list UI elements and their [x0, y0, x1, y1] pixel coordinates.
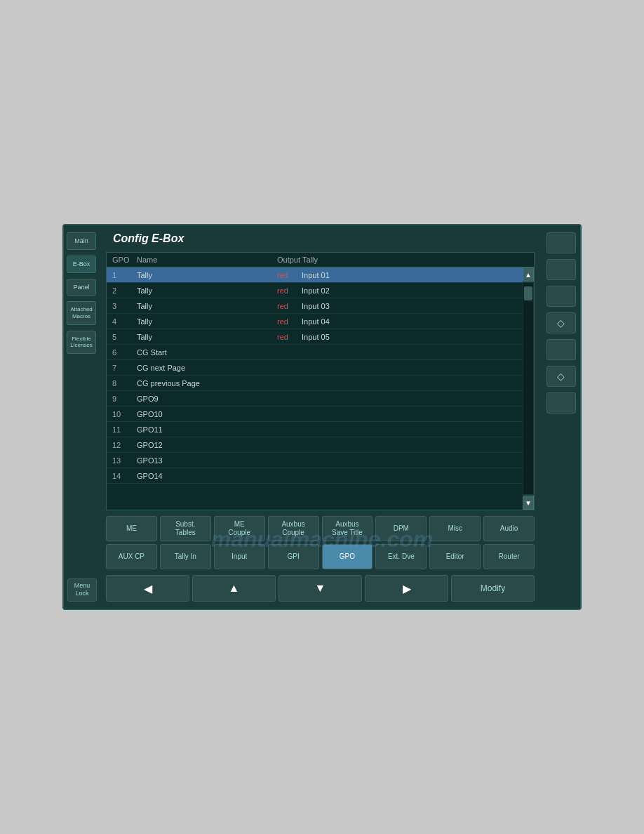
scroll-down-button[interactable]: ▼: [523, 496, 534, 510]
gpo-table: GPO Name Output Tally 1 Tally red Input …: [106, 252, 535, 510]
cell-gpo: 6: [112, 348, 137, 357]
col-header-name: Name: [137, 256, 277, 264]
table-row[interactable]: 12 GPO12: [107, 437, 534, 453]
modify-button[interactable]: Modify: [451, 575, 535, 602]
nav-right-button[interactable]: ▶: [365, 575, 448, 602]
tab-row2-gpo[interactable]: GPO: [322, 544, 373, 569]
cell-color: red: [277, 333, 302, 341]
cell-input: Input 01: [302, 271, 372, 279]
cell-color: red: [277, 317, 302, 326]
cell-name: Tally: [137, 333, 277, 341]
cell-gpo: 12: [112, 441, 137, 449]
nav-down-button[interactable]: ▼: [279, 575, 362, 602]
cell-input: Input 02: [302, 286, 372, 295]
tab-row1-4[interactable]: AuxbusSave Title: [322, 516, 373, 541]
cell-name: Tally: [137, 271, 277, 279]
cell-name: CG previous Page: [137, 379, 277, 388]
table-row[interactable]: 10 GPO10: [107, 406, 534, 422]
tab-row1-7[interactable]: Audio: [483, 516, 535, 541]
cell-name: GPO11: [137, 425, 277, 434]
table-row[interactable]: 8 CG previous Page: [107, 376, 534, 391]
left-sidebar: Main E-Box Panel Attached Macros Flexibl…: [64, 225, 99, 609]
table-row[interactable]: 7 CG next Page: [107, 360, 534, 376]
scroll-track: [523, 283, 533, 494]
cell-gpo: 9: [112, 395, 137, 403]
cell-name: GPO12: [137, 441, 277, 449]
menu-lock-button[interactable]: Menu Lock: [67, 578, 97, 602]
sidebar-item-ebox[interactable]: E-Box: [67, 256, 96, 273]
nav-up-button[interactable]: ▲: [192, 575, 276, 602]
table-header: GPO Name Output Tally: [107, 253, 534, 267]
tabs-row-1: MESubst.TablesMECoupleAuxbusCoupleAuxbus…: [106, 516, 535, 541]
bottom-nav: ◀ ▲ ▼ ▶ Modify: [106, 575, 535, 602]
table-row[interactable]: 3 Tally red Input 03: [107, 298, 534, 314]
tab-row2-router[interactable]: Router: [483, 544, 535, 569]
tab-row1-0[interactable]: ME: [106, 516, 157, 541]
cell-gpo: 11: [112, 425, 137, 434]
content-area: Config E-Box GPO Name Output Tally 1 Tal…: [99, 225, 542, 609]
tab-row1-3[interactable]: AuxbusCouple: [268, 516, 319, 541]
cell-gpo: 3: [112, 302, 137, 310]
cell-input: Input 05: [302, 333, 372, 341]
sidebar-item-licenses[interactable]: Flexible Licenses: [67, 331, 96, 354]
tab-row2-ext.-dve[interactable]: Ext. Dve: [375, 544, 427, 569]
tab-row1-6[interactable]: Misc: [429, 516, 481, 541]
cell-input: Input 03: [302, 302, 372, 310]
tab-row1-1[interactable]: Subst.Tables: [160, 516, 211, 541]
table-row[interactable]: 6 CG Start: [107, 345, 534, 360]
tab-row2-input[interactable]: Input: [214, 544, 265, 569]
cell-name: CG Start: [137, 348, 277, 357]
cell-name: Tally: [137, 317, 277, 326]
sidebar-item-macros[interactable]: Attached Macros: [67, 301, 96, 324]
table-row[interactable]: 5 Tally red Input 05: [107, 329, 534, 345]
right-btn-arrow-ud[interactable]: ◇: [546, 366, 576, 387]
table-row[interactable]: 2 Tally red Input 02: [107, 283, 534, 298]
cell-name: CG next Page: [137, 364, 277, 372]
cell-input: Input 04: [302, 317, 372, 326]
tab-row2-gpi[interactable]: GPI: [268, 544, 319, 569]
cell-gpo: 4: [112, 317, 137, 326]
cell-gpo: 13: [112, 456, 137, 465]
cell-gpo: 8: [112, 379, 137, 388]
cell-name: GPO10: [137, 410, 277, 418]
cell-gpo: 10: [112, 410, 137, 418]
right-btn-4[interactable]: [546, 339, 576, 360]
cell-gpo: 1: [112, 271, 137, 279]
cell-gpo: 2: [112, 286, 137, 295]
tab-row2-tally-in[interactable]: Tally In: [160, 544, 211, 569]
table-row[interactable]: 11 GPO11: [107, 422, 534, 437]
right-btn-1[interactable]: [546, 232, 576, 253]
col-header-output: Output Tally: [277, 256, 382, 264]
table-row[interactable]: 4 Tally red Input 04: [107, 314, 534, 329]
sidebar-item-main[interactable]: Main: [67, 232, 96, 250]
scroll-up-button[interactable]: ▲: [523, 267, 534, 282]
right-sidebar: ◇ ◇: [542, 225, 580, 609]
right-btn-5[interactable]: [546, 392, 576, 413]
cell-gpo: 5: [112, 333, 137, 341]
cell-gpo: 7: [112, 364, 137, 372]
right-btn-arrow-lr[interactable]: ◇: [546, 312, 576, 333]
cell-color: red: [277, 302, 302, 310]
right-btn-2[interactable]: [546, 259, 576, 280]
cell-name: Tally: [137, 302, 277, 310]
panel-title: Config E-Box: [113, 232, 535, 245]
scrollbar[interactable]: ▲ ▼: [523, 267, 534, 510]
tab-row1-2[interactable]: MECouple: [214, 516, 265, 541]
tab-row2-editor[interactable]: Editor: [429, 544, 481, 569]
tab-row1-5[interactable]: DPM: [375, 516, 427, 541]
tab-row2-aux-cp[interactable]: AUX CP: [106, 544, 157, 569]
cell-name: Tally: [137, 286, 277, 295]
table-row[interactable]: 14 GPO14: [107, 468, 534, 484]
nav-left-button[interactable]: ◀: [106, 575, 189, 602]
table-row[interactable]: 9 GPO9: [107, 391, 534, 406]
cell-color: red: [277, 271, 302, 279]
right-btn-3[interactable]: [546, 286, 576, 307]
sidebar-item-panel[interactable]: Panel: [67, 279, 96, 296]
table-row[interactable]: 13 GPO13: [107, 453, 534, 468]
col-header-gpo: GPO: [112, 256, 137, 264]
scroll-thumb: [524, 286, 532, 300]
table-body: 1 Tally red Input 01 2 Tally red Input 0…: [107, 267, 534, 510]
tabs-row-2: AUX CPTally InInputGPIGPOExt. DveEditorR…: [106, 544, 535, 569]
table-row[interactable]: 1 Tally red Input 01: [107, 267, 534, 283]
cell-name: GPO14: [137, 472, 277, 480]
